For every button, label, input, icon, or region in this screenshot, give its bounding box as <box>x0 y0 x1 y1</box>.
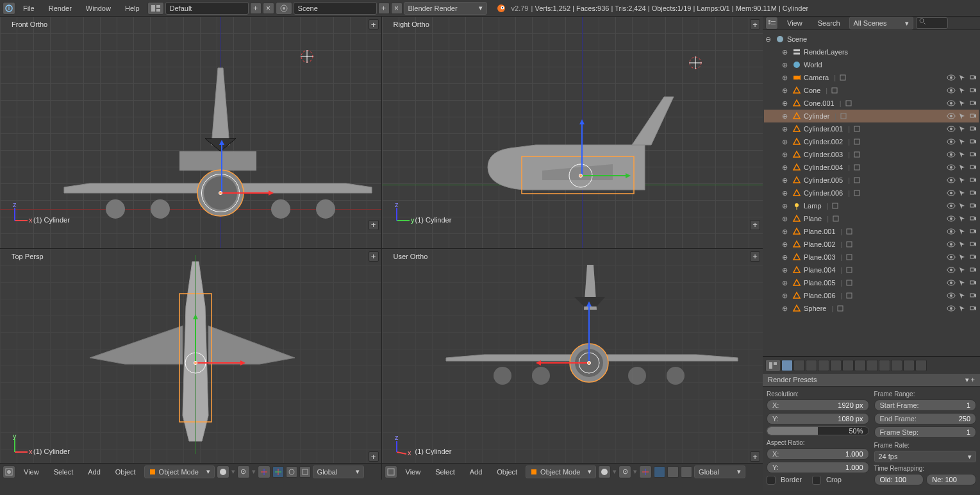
menu-object[interactable]: Object <box>490 466 524 478</box>
expand-icon[interactable]: ⊕ <box>782 202 790 210</box>
fps-dropdown[interactable]: 24 fps▾ <box>874 451 977 462</box>
manip-scale-icon[interactable] <box>299 466 311 478</box>
visibility-icon[interactable] <box>947 163 956 172</box>
manip-translate-icon[interactable] <box>272 466 284 478</box>
expand-icon[interactable]: ⊕ <box>782 99 790 108</box>
selectable-icon[interactable] <box>958 137 967 146</box>
tree-row[interactable]: ⊕Cylinder.005 | <box>764 174 979 187</box>
tree-row[interactable]: ⊕Cylinder.002 | <box>764 135 979 148</box>
expand-icon[interactable]: ⊕ <box>782 74 790 82</box>
tree-row[interactable]: ⊕Plane.001 | <box>764 225 979 238</box>
aspect-y-field[interactable]: Y:1.000 <box>767 462 869 473</box>
mode-dropdown[interactable]: Object Mode▾ <box>144 466 215 478</box>
manipulator-toggle[interactable] <box>639 466 652 478</box>
tree-row[interactable]: ⊕Plane.005 | <box>764 276 979 289</box>
layout-remove-button[interactable]: × <box>263 3 274 14</box>
selectable-icon[interactable] <box>958 265 967 274</box>
renderable-icon[interactable] <box>968 176 977 185</box>
manip-rotate-icon[interactable] <box>667 466 679 478</box>
renderable-icon[interactable] <box>968 163 977 172</box>
visibility-icon[interactable] <box>947 150 956 159</box>
visibility-icon[interactable] <box>947 253 956 262</box>
visibility-icon[interactable] <box>947 240 956 249</box>
expand-icon[interactable]: ⊕ <box>782 305 790 313</box>
manipulator[interactable] <box>570 344 608 382</box>
outliner-menu-search[interactable]: Search <box>811 17 847 29</box>
selectable-icon[interactable] <box>958 163 967 172</box>
selectable-icon[interactable] <box>958 86 967 95</box>
mode-dropdown[interactable]: Object Mode▾ <box>526 466 596 478</box>
layout-dropdown[interactable]: Default <box>165 2 249 15</box>
tree-row[interactable]: ⊕Cylinder.004 | <box>764 161 979 174</box>
orientation-dropdown[interactable]: Global▾ <box>694 466 745 478</box>
selectable-icon[interactable] <box>958 189 967 197</box>
viewport-user[interactable]: User Ortho (1) Cylinder xz + + View Sele… <box>382 249 763 480</box>
tree-row[interactable]: ⊕World <box>764 58 979 71</box>
renderable-icon[interactable] <box>968 112 977 121</box>
tree-row[interactable]: ⊕Cone.001 | <box>764 97 979 110</box>
renderable-icon[interactable] <box>968 304 977 313</box>
viewport-front[interactable]: Front Ortho (1) Cylinder xz + + <box>0 17 381 248</box>
visibility-icon[interactable] <box>947 137 956 146</box>
renderable-icon[interactable] <box>968 124 977 133</box>
renderable-icon[interactable] <box>968 86 977 95</box>
tree-row[interactable]: ⊕Cylinder.001 | <box>764 122 979 135</box>
renderable-icon[interactable] <box>968 278 977 287</box>
tab-physics[interactable] <box>915 360 927 371</box>
tree-root[interactable]: ⊖ Scene <box>764 33 979 46</box>
scene-dropdown[interactable]: Scene <box>294 2 377 15</box>
manipulator[interactable] <box>561 156 600 195</box>
tree-row[interactable]: ⊕Plane.006 | <box>764 289 979 302</box>
tab-particles[interactable] <box>903 360 915 371</box>
tree-row[interactable]: ⊕Cone | <box>764 84 979 97</box>
scene-remove-button[interactable]: × <box>391 3 403 14</box>
outliner-tree[interactable]: ⊖ Scene ⊕RenderLayers⊕World⊕Camera | ⊕Co… <box>763 30 980 356</box>
expand-icon[interactable]: ⊕ <box>782 228 790 236</box>
tree-row[interactable]: ⊕Cylinder.003 | <box>764 148 979 161</box>
menu-object[interactable]: Object <box>109 466 142 478</box>
renderable-icon[interactable] <box>968 150 977 159</box>
tab-data[interactable] <box>867 360 878 371</box>
renderable-icon[interactable] <box>968 73 977 82</box>
border-checkbox[interactable] <box>767 476 776 485</box>
split-area-button[interactable]: + <box>750 251 760 262</box>
crop-checkbox[interactable] <box>812 476 821 485</box>
tab-render[interactable] <box>781 360 793 371</box>
renderable-icon[interactable] <box>968 253 977 262</box>
tree-row[interactable]: ⊕Sphere | <box>764 302 979 315</box>
visibility-icon[interactable] <box>947 265 956 274</box>
pivot-dropdown[interactable]: ⊙ <box>619 466 631 478</box>
shading-dropdown[interactable] <box>598 466 611 478</box>
properties-type-icon[interactable] <box>765 359 781 372</box>
selectable-icon[interactable] <box>958 124 967 133</box>
renderable-icon[interactable] <box>968 265 977 274</box>
tree-row[interactable]: ⊕Camera | <box>764 71 979 84</box>
expand-icon[interactable]: ⊕ <box>782 176 790 185</box>
expand-icon[interactable]: ⊕ <box>782 164 790 172</box>
visibility-icon[interactable] <box>947 99 956 108</box>
menu-window[interactable]: Window <box>79 2 117 15</box>
tree-row[interactable]: ⊕Cylinder | <box>764 110 979 122</box>
frame-step-field[interactable]: Frame Step:1 <box>874 426 977 438</box>
end-frame-field[interactable]: End Frame:250 <box>874 413 977 424</box>
selectable-icon[interactable] <box>958 150 967 159</box>
visibility-icon[interactable] <box>947 124 956 133</box>
tree-row[interactable]: ⊕RenderLayers <box>764 46 979 58</box>
menu-add[interactable]: Add <box>463 466 489 478</box>
tab-scene[interactable] <box>806 360 817 371</box>
visibility-icon[interactable] <box>947 86 956 95</box>
menu-help[interactable]: Help <box>119 2 146 15</box>
menu-view[interactable]: View <box>399 466 428 478</box>
visibility-icon[interactable] <box>947 189 956 197</box>
expand-icon[interactable]: ⊕ <box>782 151 790 159</box>
expand-icon[interactable]: ⊕ <box>782 292 790 300</box>
renderable-icon[interactable] <box>968 137 977 146</box>
split-area-button[interactable]: + <box>750 220 760 230</box>
manip-scale-icon[interactable] <box>681 466 692 478</box>
selectable-icon[interactable] <box>958 73 967 82</box>
outliner-type-icon[interactable] <box>765 17 778 29</box>
selectable-icon[interactable] <box>958 112 967 121</box>
editor-type-icon[interactable] <box>3 466 15 478</box>
scene-browse-icon[interactable] <box>276 2 292 15</box>
expand-icon[interactable]: ⊕ <box>782 240 790 249</box>
